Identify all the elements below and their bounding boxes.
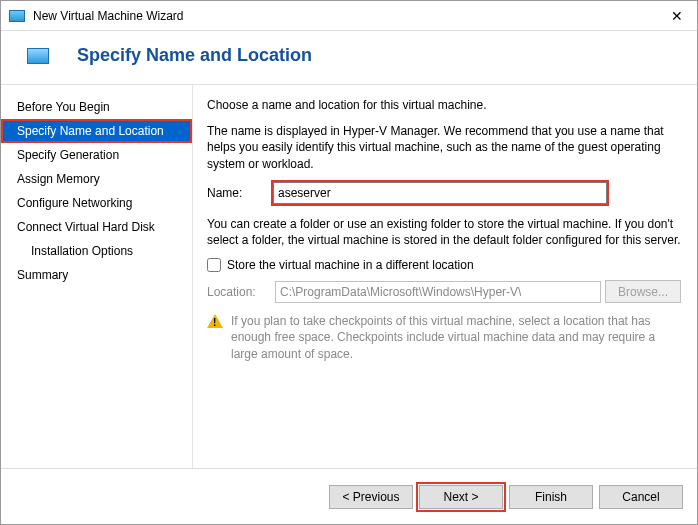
name-row: Name: [207,182,681,204]
store-diff-label: Store the virtual machine in a different… [227,258,474,272]
finish-button[interactable]: Finish [509,485,593,509]
close-icon[interactable]: ✕ [657,1,697,31]
cancel-button[interactable]: Cancel [599,485,683,509]
previous-button[interactable]: < Previous [329,485,413,509]
page-header: Specify Name and Location [1,31,697,84]
name-description: The name is displayed in Hyper-V Manager… [207,123,681,172]
step-connect-vhd[interactable]: Connect Virtual Hard Disk [1,215,192,239]
location-input [275,281,601,303]
step-specify-generation[interactable]: Specify Generation [1,143,192,167]
vm-icon [27,48,49,64]
app-icon [9,10,25,22]
intro-text: Choose a name and location for this virt… [207,97,681,113]
step-assign-memory[interactable]: Assign Memory [1,167,192,191]
page-title: Specify Name and Location [77,45,312,66]
step-summary[interactable]: Summary [1,263,192,287]
name-input[interactable] [273,182,607,204]
warning-text: If you plan to take checkpoints of this … [231,313,681,362]
titlebar: New Virtual Machine Wizard ✕ [1,1,697,31]
steps-sidebar: Before You Begin Specify Name and Locati… [1,85,193,468]
warning-icon [207,314,223,328]
main-panel: Choose a name and location for this virt… [193,85,697,468]
wizard-window: New Virtual Machine Wizard ✕ Specify Nam… [0,0,698,525]
location-row: Location: Browse... [207,280,681,303]
step-configure-networking[interactable]: Configure Networking [1,191,192,215]
step-before-you-begin[interactable]: Before You Begin [1,95,192,119]
footer: < Previous Next > Finish Cancel [1,468,697,524]
location-label: Location: [207,285,271,299]
wizard-body: Before You Begin Specify Name and Locati… [1,84,697,468]
name-label: Name: [207,186,273,200]
folder-description: You can create a folder or use an existi… [207,216,681,248]
warning-row: If you plan to take checkpoints of this … [207,313,681,362]
window-title: New Virtual Machine Wizard [33,9,657,23]
next-button[interactable]: Next > [419,485,503,509]
step-installation-options[interactable]: Installation Options [1,239,192,263]
store-diff-checkbox[interactable] [207,258,221,272]
step-specify-name-location[interactable]: Specify Name and Location [1,119,192,143]
store-diff-row: Store the virtual machine in a different… [207,258,681,272]
browse-button: Browse... [605,280,681,303]
